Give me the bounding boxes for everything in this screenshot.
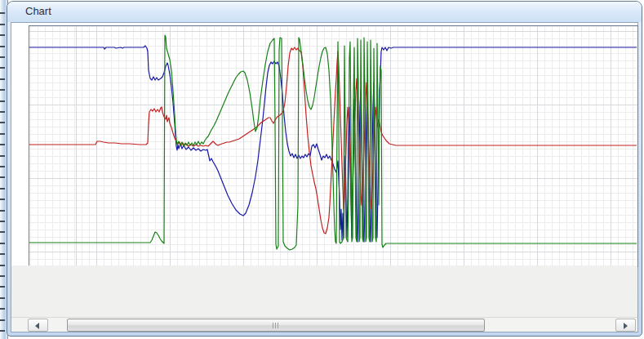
horizontal-scrollbar[interactable] — [11, 317, 637, 332]
arrow-right-icon — [624, 323, 628, 329]
chart-window: Chart — [7, 1, 642, 337]
window-title: Chart — [25, 5, 51, 17]
chart-client-area — [11, 22, 638, 332]
scrollbar-grip-icon — [273, 323, 279, 328]
arrow-left-icon — [35, 323, 39, 329]
scroll-left-button[interactable] — [28, 319, 48, 332]
series-line-red — [29, 47, 637, 234]
chart-footer-panel — [11, 265, 637, 318]
series-svg — [29, 26, 637, 266]
title-bar[interactable]: Chart — [7, 2, 642, 22]
screenshot-root: Chart — [0, 0, 644, 339]
scrollbar-thumb[interactable] — [67, 319, 485, 332]
scroll-right-button[interactable] — [615, 319, 636, 332]
plot-area[interactable] — [29, 25, 638, 267]
